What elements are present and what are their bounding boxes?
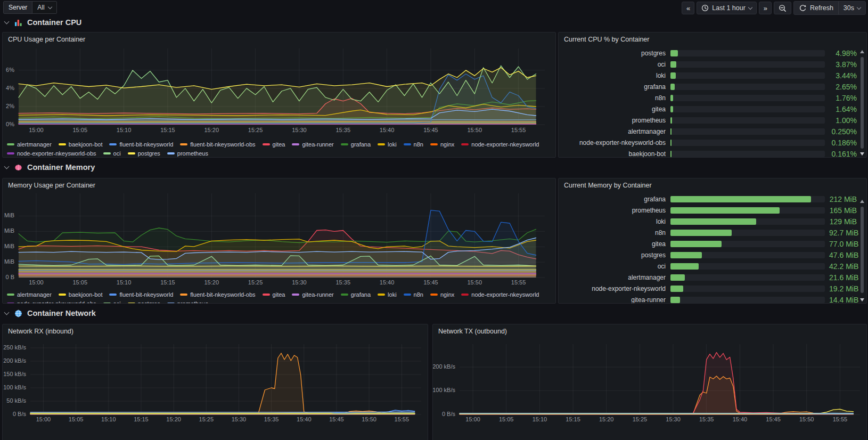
zoom-out-button[interactable] <box>774 2 791 14</box>
chart-legend: alertmanagerbaekjoon-botfluent-bit-nkeys… <box>7 140 551 158</box>
network-tx-chart[interactable]: 0 B/s100 kB/s200 kB/s15:0015:0515:1015:1… <box>433 324 866 440</box>
gauge-track <box>670 230 825 236</box>
chevron-down-icon <box>748 5 752 9</box>
legend-item[interactable]: oci <box>103 150 121 157</box>
gauge-track <box>670 128 825 135</box>
legend-item[interactable]: fluent-bit-nkeysworld <box>109 291 173 298</box>
section-container-network[interactable]: Container Network <box>0 307 96 320</box>
svg-text:15:15: 15:15 <box>134 416 149 422</box>
gauge-track <box>670 218 825 225</box>
legend-item[interactable]: fluent-bit-nkeysworld <box>109 141 173 148</box>
legend-item[interactable]: fluent-bit-nkeysworld-obs <box>180 291 255 298</box>
section-container-cpu[interactable]: Container CPU <box>0 16 81 29</box>
refresh-interval-select[interactable]: 30s <box>838 2 865 14</box>
legend-item[interactable]: postgres <box>128 300 160 304</box>
legend-item[interactable]: fluent-bit-nkeysworld-obs <box>180 141 255 148</box>
gauge-row-label: node-exporter-nkeysworld-obs <box>562 139 670 146</box>
svg-text:0%: 0% <box>6 121 14 127</box>
gauge-fill <box>670 72 676 79</box>
series-color-swatch <box>109 294 117 296</box>
series-color-swatch <box>167 152 175 154</box>
legend-item[interactable]: node-exporter-nkeysworld-obs <box>7 300 96 304</box>
cpu-usage-chart[interactable]: 0%2%4%6%15:0015:0515:1015:1515:2015:2515… <box>3 32 555 157</box>
legend-item[interactable]: baekjoon-bot <box>59 291 103 298</box>
panel-title: Network RX (inbound) <box>8 328 73 335</box>
svg-text:15:05: 15:05 <box>499 416 514 422</box>
gauge-row: gitea1.64% <box>559 103 866 115</box>
series-color-swatch <box>461 294 469 296</box>
time-range-picker[interactable]: Last 1 hour <box>697 2 757 14</box>
scroll-up-icon[interactable] <box>860 50 864 53</box>
network-rx-chart[interactable]: 0 B/s50 kB/s100 kB/s150 kB/s200 kB/s250 … <box>3 324 428 440</box>
gauge-track <box>670 252 825 258</box>
gauge-fill <box>670 241 722 247</box>
legend-item[interactable]: oci <box>103 300 121 304</box>
series-label: gitea-runner <box>302 141 333 148</box>
legend-item[interactable]: loki <box>378 141 397 148</box>
legend-item[interactable]: grafana <box>341 291 371 298</box>
svg-text:15:05: 15:05 <box>73 279 88 286</box>
legend-item[interactable]: postgres <box>128 150 160 157</box>
svg-text:15:55: 15:55 <box>511 279 526 286</box>
legend-item[interactable]: gitea <box>263 141 285 148</box>
series-color-swatch <box>7 303 14 304</box>
gauge-value: 3.87% <box>829 60 857 69</box>
series-label: oci <box>113 150 121 157</box>
scroll-up-icon[interactable] <box>860 200 864 203</box>
gauge-row: n8n1.76% <box>559 92 866 103</box>
legend-item[interactable]: node-exporter-nkeysworld <box>461 291 539 298</box>
memory-bar-gauge: grafana212 MiBprometheus165 MiBloki129 M… <box>559 193 866 304</box>
legend-item[interactable]: gitea-runner <box>292 291 333 298</box>
svg-text:15:45: 15:45 <box>766 416 781 422</box>
series-label: loki <box>388 141 397 148</box>
legend-item[interactable]: n8n <box>404 291 423 298</box>
svg-text:15:30: 15:30 <box>232 416 247 422</box>
legend-row: node-exporter-nkeysworld-obsocipostgresp… <box>7 149 551 158</box>
gauge-value: 1.64% <box>829 105 857 113</box>
series-label: fluent-bit-nkeysworld <box>119 141 173 148</box>
legend-item[interactable]: gitea <box>263 291 285 298</box>
gauge-row-label: gitea-runner <box>562 296 670 304</box>
panel-cpu-current: Current CPU % by Container postgres4.98%… <box>558 32 867 158</box>
scrollbar[interactable] <box>861 207 864 293</box>
legend-item[interactable]: node-exporter-nkeysworld-obs <box>7 150 96 157</box>
legend-item[interactable]: nginx <box>430 141 454 148</box>
svg-text:15:45: 15:45 <box>423 279 438 286</box>
scroll-down-icon[interactable] <box>860 152 864 156</box>
gauge-fill <box>670 128 672 135</box>
refresh-button[interactable]: Refresh <box>794 2 838 14</box>
gauge-value: 3.44% <box>829 71 857 80</box>
gauge-row: alertmanager21.6 MiB <box>559 272 866 283</box>
legend-item[interactable]: node-exporter-nkeysworld <box>461 141 539 148</box>
gauge-value: 14.4 MiB <box>829 296 857 304</box>
server-variable-control: Server All <box>3 1 57 14</box>
legend-item[interactable]: alertmanager <box>7 141 52 148</box>
legend-item[interactable]: prometheus <box>167 300 208 304</box>
legend-item[interactable]: gitea-runner <box>292 141 333 148</box>
scroll-down-icon[interactable] <box>860 298 864 302</box>
legend-item[interactable]: baekjoon-bot <box>59 141 103 148</box>
gauge-row-label: node-exporter-nkeysworld <box>562 285 670 292</box>
gauge-value: 92.7 MiB <box>829 229 857 237</box>
server-variable-select[interactable]: All <box>32 2 56 13</box>
legend-item[interactable]: n8n <box>404 141 423 148</box>
series-label: nginx <box>440 291 454 298</box>
time-shift-back-button[interactable]: « <box>682 2 694 14</box>
legend-item[interactable]: grafana <box>341 141 371 148</box>
legend-item[interactable]: nginx <box>430 291 454 298</box>
svg-text:15:50: 15:50 <box>468 279 482 286</box>
series-color-swatch <box>341 143 348 145</box>
gauge-track <box>670 117 825 124</box>
memory-usage-chart[interactable]: 0 B64 MiB128 MiB192 MiB256 MiB15:0015:05… <box>3 178 555 303</box>
section-container-memory[interactable]: Container Memory <box>0 161 95 174</box>
time-shift-forward-button[interactable]: » <box>759 2 772 14</box>
legend-item[interactable]: prometheus <box>167 150 208 157</box>
svg-text:15:10: 15:10 <box>117 127 132 133</box>
gauge-track <box>670 241 825 247</box>
gauge-fill <box>670 50 678 56</box>
series-color-swatch <box>378 294 385 296</box>
legend-item[interactable]: alertmanager <box>7 291 52 298</box>
legend-item[interactable]: loki <box>378 291 397 298</box>
scrollbar[interactable] <box>861 57 864 149</box>
legend-row: node-exporter-nkeysworld-obsocipostgresp… <box>7 299 551 304</box>
